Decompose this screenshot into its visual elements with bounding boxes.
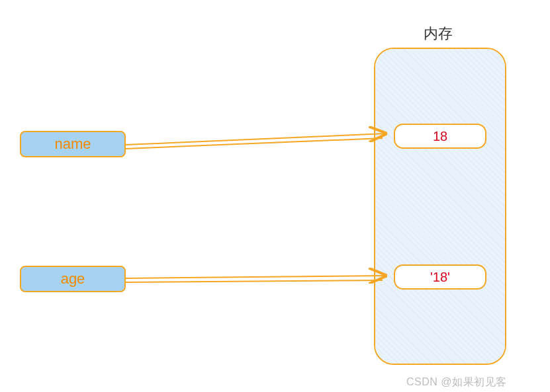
watermark-text: CSDN @如果初见客 [406, 375, 507, 389]
value-int-18: 18 [394, 124, 486, 149]
arrow-name-to-18-shadow [126, 138, 383, 149]
memory-title: 内存 [424, 24, 453, 44]
arrow-age-to-str18 [126, 276, 386, 278]
variable-age-box: age [20, 266, 126, 292]
arrow-age-to-str18-shadow [126, 280, 383, 282]
value-str-18: '18' [394, 264, 486, 290]
memory-hatch-fill [375, 49, 505, 364]
arrow-name-to-18 [126, 134, 386, 145]
memory-container [374, 48, 506, 365]
variable-name-box: name [20, 131, 126, 157]
